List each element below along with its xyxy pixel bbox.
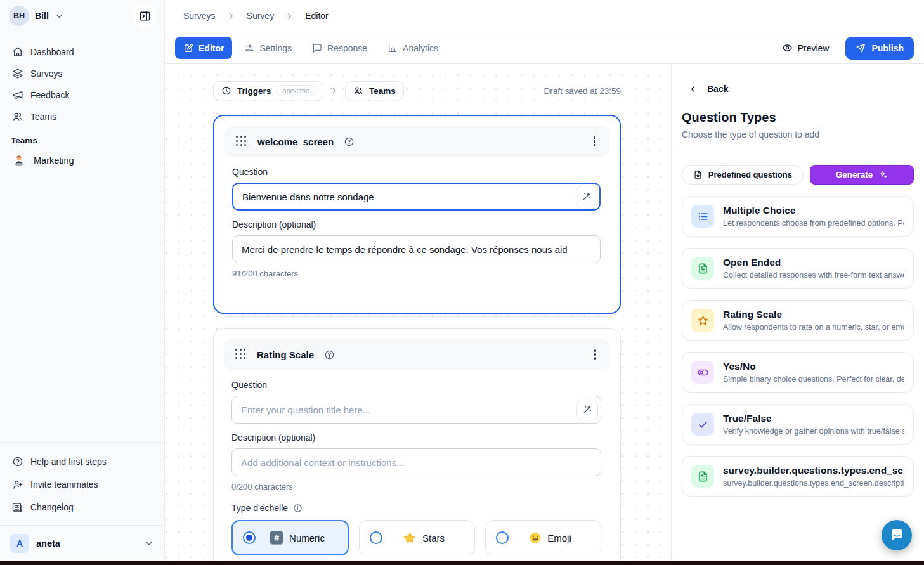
- tab-editor[interactable]: Editor: [175, 37, 232, 59]
- star-emoji: [403, 531, 417, 545]
- chevron-down-icon[interactable]: [55, 11, 64, 21]
- sidebar-item-dashboard[interactable]: Dashboard: [0, 41, 164, 63]
- question-type-title: True/False: [723, 413, 904, 424]
- sidebar-nav: Dashboard Surveys Feedback Teams: [0, 32, 164, 172]
- sidebar-footer: Help and first steps Invite teammates Ch…: [0, 442, 164, 561]
- question-type-rating-scale[interactable]: Rating Scale Allow respondents to rate o…: [682, 300, 914, 341]
- question-type-open-ended[interactable]: Open Ended Collect detailed responses wi…: [682, 248, 914, 289]
- clock-icon: [221, 86, 231, 96]
- question-title-input[interactable]: [232, 183, 601, 211]
- sidebar-item-changelog[interactable]: Changelog: [0, 496, 164, 519]
- workspace-avatar[interactable]: BH: [9, 6, 29, 26]
- users-icon: [12, 111, 23, 122]
- question-description-input[interactable]: [231, 448, 601, 476]
- question-description-input[interactable]: [232, 235, 601, 263]
- question-card-rating-scale[interactable]: Rating Scale Question: [213, 328, 621, 561]
- publish-label: Publish: [871, 43, 904, 53]
- card-menu-icon[interactable]: [591, 134, 599, 149]
- draft-status: Draft saved at 23:59: [543, 86, 621, 96]
- question-type-yes-no[interactable]: Yes/No Simple binary choice questions. P…: [682, 352, 914, 393]
- panel-subtitle: Choose the type of question to add: [682, 129, 914, 140]
- sidebar-item-label: Teams: [30, 112, 56, 122]
- scale-option-numeric[interactable]: # Numeric: [231, 520, 349, 555]
- publish-button[interactable]: Publish: [845, 37, 914, 60]
- sidebar-item-invite[interactable]: Invite teammates: [0, 473, 164, 496]
- chevron-right-icon: [285, 11, 294, 21]
- question-title-input[interactable]: [231, 396, 601, 424]
- sidebar-team-label: Marketing: [34, 155, 74, 166]
- tab-label: Analytics: [403, 43, 438, 53]
- teams-section-label: Teams: [0, 127, 164, 149]
- question-type-true-false[interactable]: True/False Verify knowledge or gather op…: [682, 404, 914, 445]
- sidebar-header: BH Bill: [0, 0, 164, 32]
- scale-option-emoji[interactable]: Emoji: [485, 520, 601, 555]
- preview-label: Preview: [798, 43, 830, 53]
- tab-response[interactable]: Response: [304, 37, 375, 59]
- drag-handle-icon[interactable]: [236, 136, 247, 147]
- tab-analytics[interactable]: Analytics: [379, 37, 446, 59]
- sidebar-collapse-button[interactable]: [133, 4, 157, 28]
- card-menu-icon[interactable]: [592, 347, 599, 362]
- panel-title: Question Types: [682, 110, 914, 125]
- question-type-end-screen[interactable]: survey.builder.questions.types.end_scr..…: [682, 456, 914, 497]
- question-type-description: Collect detailed responses with free-for…: [723, 271, 904, 280]
- description-label: Description (optional): [232, 219, 601, 230]
- scale-option-label: Numeric: [289, 533, 325, 543]
- workspace-name[interactable]: Bill: [35, 11, 49, 21]
- scale-type-options: # Numeric: [231, 520, 601, 555]
- question-type-title: Open Ended: [723, 257, 904, 268]
- chevron-left-icon: [688, 84, 698, 94]
- help-circle-icon[interactable]: [344, 136, 355, 147]
- radio-checked-icon: [243, 531, 256, 544]
- tab-settings[interactable]: Settings: [236, 37, 300, 59]
- question-type-title: Yes/No: [723, 361, 904, 372]
- question-card-title: welcome_screen: [257, 136, 334, 147]
- ai-wand-button[interactable]: [576, 399, 598, 420]
- bottom-screen-edge: [0, 561, 924, 565]
- breadcrumb-editor: Editor: [305, 11, 329, 21]
- breadcrumb-surveys[interactable]: Surveys: [183, 11, 216, 21]
- chat-widget-button[interactable]: [882, 520, 912, 550]
- account-avatar: A: [10, 534, 29, 553]
- predefined-questions-label: Predefined questions: [708, 170, 792, 179]
- ai-wand-button[interactable]: [576, 186, 597, 207]
- description-label: Description (optional): [231, 432, 601, 443]
- help-circle-icon[interactable]: [324, 349, 335, 360]
- sidebar-item-label: Changelog: [30, 502, 74, 512]
- generate-button[interactable]: Generate: [810, 165, 914, 185]
- layers-icon: [12, 68, 23, 79]
- list-icon: [691, 205, 714, 228]
- help-circle-icon: [12, 456, 23, 467]
- drag-handle-icon[interactable]: [235, 349, 247, 360]
- file-text-icon: [691, 465, 714, 488]
- predefined-questions-button[interactable]: Predefined questions: [682, 165, 804, 185]
- hash-keycap-icon: #: [270, 531, 283, 545]
- teams-chip[interactable]: Teams: [345, 81, 404, 100]
- sidebar-team-marketing[interactable]: Marketing: [0, 149, 164, 172]
- survey-builder-app: BH Bill Dashboard Surv: [0, 0, 924, 565]
- question-type-description: Let respondents choose from predefined o…: [723, 219, 904, 228]
- question-card-welcome-screen[interactable]: welcome_screen Question: [213, 115, 621, 314]
- preview-button[interactable]: Preview: [782, 42, 830, 53]
- question-type-title: Multiple Choice: [723, 205, 904, 216]
- sidebar-item-surveys[interactable]: Surveys: [0, 63, 164, 84]
- sidebar-item-teams[interactable]: Teams: [0, 106, 164, 127]
- breadcrumb-survey[interactable]: Survey: [247, 11, 275, 21]
- sidebar-item-label: Dashboard: [30, 47, 74, 57]
- divider: [672, 152, 924, 152]
- info-circle-icon[interactable]: [293, 503, 303, 513]
- chat-bubble-icon: [889, 528, 904, 543]
- question-label: Question: [232, 167, 601, 177]
- account-switcher[interactable]: A aneta: [0, 525, 164, 561]
- question-type-description: Simple binary choice questions. Perfect …: [723, 375, 904, 384]
- question-type-multiple-choice[interactable]: Multiple Choice Let respondents choose f…: [682, 196, 914, 237]
- sidebar-item-help[interactable]: Help and first steps: [0, 450, 164, 473]
- back-button[interactable]: Back: [688, 84, 914, 94]
- triggers-chip[interactable]: Triggers one-time: [213, 81, 323, 100]
- sidebar-item-feedback[interactable]: Feedback: [0, 84, 164, 106]
- pencil-square-icon: [183, 43, 193, 53]
- radio-icon: [370, 531, 382, 544]
- teams-chip-label: Teams: [369, 86, 396, 96]
- wand-sparkles-icon: [582, 192, 592, 202]
- scale-option-stars[interactable]: Stars: [359, 520, 475, 555]
